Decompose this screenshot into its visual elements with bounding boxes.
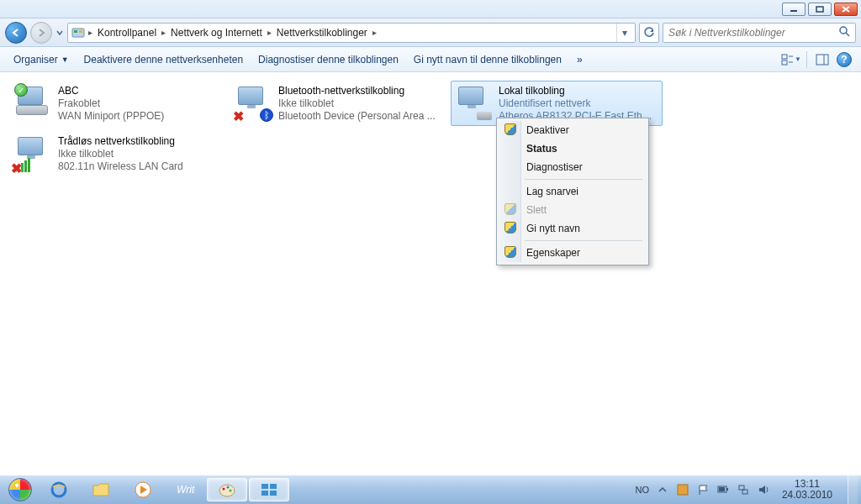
svg-rect-22 [261,484,268,489]
search-input[interactable] [668,27,838,39]
show-desktop-button[interactable] [848,475,858,504]
tray-power-icon[interactable] [716,483,730,496]
search-icon[interactable] [838,25,850,39]
svg-rect-24 [261,491,268,496]
breadcrumb-item[interactable]: Nettverkstilkoblinger [275,27,369,39]
windows-orb-icon [8,478,32,501]
shield-icon [504,203,516,215]
maximize-button[interactable] [808,3,832,16]
back-button[interactable] [5,22,27,44]
refresh-button[interactable] [639,23,659,43]
overflow-menu[interactable]: » [570,50,589,69]
connection-status: Ikke tilkoblet [278,97,436,109]
ctx-status[interactable]: Status [499,139,646,158]
bluetooth-icon: ᛒ [260,108,273,122]
taskbar-app-switcher[interactable] [249,478,289,501]
svg-point-20 [227,486,230,489]
language-indicator[interactable]: NO [635,485,649,495]
clock-date: 24.03.2010 [782,490,832,501]
chevron-right-icon[interactable]: ▸ [160,28,167,37]
write-icon: Write [175,481,195,498]
start-button[interactable] [3,477,37,502]
chevron-right-icon[interactable]: ▸ [371,28,378,37]
connection-name: Lokal tilkobling [499,85,657,97]
forward-button[interactable] [30,22,52,44]
address-dropdown-icon[interactable]: ▾ [616,24,631,42]
close-button[interactable] [834,3,858,16]
network-adapter-icon: ✖ ᛒ [236,85,272,120]
content-area: ✓ ABC Frakoblet WAN Miniport (PPPOE) ✖ ᛒ… [0,72,861,475]
status-error-icon: ✖ [11,162,24,176]
svg-rect-10 [782,60,787,65]
taskbar-app-explorer[interactable] [81,478,121,501]
diagnose-connection-button[interactable]: Diagnostiser denne tilkoblingen [251,50,405,69]
svg-rect-1 [816,7,823,12]
svg-point-19 [223,488,225,491]
breadcrumb-item[interactable]: Nettverk og Internett [169,27,264,39]
chevron-right-icon[interactable]: ▸ [87,28,94,37]
breadcrumb-item[interactable]: Kontrollpanel [96,27,158,39]
folder-icon [92,481,110,498]
svg-point-7 [840,27,847,34]
connection-name: ABC [58,85,164,97]
ctx-properties[interactable]: Egenskaper [499,244,646,262]
svg-rect-30 [739,486,744,490]
rename-connection-button[interactable]: Gi nytt navn til denne tilkoblingen [407,50,568,69]
tray-flag-icon[interactable] [696,483,710,496]
connection-device: 802.11n Wireless LAN Card [58,160,183,172]
svg-point-21 [230,490,232,492]
connection-item[interactable]: ✖ ᛒ Bluetooth-nettverkstilkobling Ikke t… [230,81,442,126]
tray-chevron-icon[interactable] [656,483,669,496]
tray-app-icon[interactable] [676,483,689,496]
search-box[interactable] [663,23,856,43]
taskbar-app-ie[interactable] [39,478,79,501]
connection-status: Ikke tilkoblet [58,148,183,160]
network-adapter-icon [457,85,492,120]
connection-item[interactable]: ✖ Trådløs nettverkstilkobling Ikke tilko… [10,131,222,176]
disable-device-button[interactable]: Deaktivere denne nettverksenheten [77,50,250,69]
svg-rect-5 [74,30,77,33]
address-bar[interactable]: ▸ Kontrollpanel ▸ Nettverk og Internett … [67,23,636,43]
organize-menu[interactable]: Organiser▼ [7,50,76,69]
status-ok-icon: ✓ [14,83,28,97]
ctx-disable[interactable]: Deaktiver [499,121,646,139]
taskbar-app-write[interactable]: Write [165,478,205,501]
preview-pane-button[interactable] [812,50,832,70]
shield-icon [504,246,516,258]
connection-device: Bluetooth Device (Personal Area ... [278,110,436,122]
tray-network-icon[interactable] [737,483,750,496]
ethernet-plug-icon [477,112,492,120]
connection-name: Trådløs nettverkstilkobling [58,135,183,147]
svg-rect-28 [726,488,728,491]
shield-icon [504,222,516,234]
tray-volume-icon[interactable] [757,483,770,496]
minimize-button[interactable] [782,3,806,16]
taskbar-app-paint[interactable] [207,478,247,501]
help-icon: ? [837,52,852,67]
clock[interactable]: 13:11 24.03.2010 [777,479,837,501]
view-options-button[interactable]: ▼ [781,50,801,70]
connection-device: WAN Miniport (PPPOE) [58,110,164,122]
separator [525,240,642,241]
help-button[interactable]: ? [834,50,854,70]
svg-rect-23 [270,484,277,489]
taskbar-app-wmp[interactable] [123,478,163,501]
chevron-right-icon[interactable]: ▸ [266,28,273,37]
network-adapter-icon: ✖ [16,135,51,171]
svg-rect-31 [742,490,747,494]
ctx-diagnose[interactable]: Diagnostiser [499,158,646,176]
ctx-create-shortcut[interactable]: Lag snarvei [499,182,646,201]
connection-item[interactable]: ✓ ABC Frakoblet WAN Miniport (PPPOE) [10,81,222,126]
svg-rect-29 [719,487,725,491]
svg-line-8 [846,33,849,36]
modem-icon: ✓ [16,85,51,120]
command-bar: Organiser▼ Deaktivere denne nettverksenh… [0,47,861,72]
svg-rect-25 [270,491,277,496]
paint-icon [218,480,236,499]
separator [525,179,642,180]
context-menu: Deaktiver Status Diagnostiser Lag snarve… [496,118,649,265]
svg-rect-9 [782,55,787,59]
history-dropdown-icon[interactable] [55,27,64,39]
system-tray: NO 13:11 24.03.2010 [635,475,858,504]
ctx-rename[interactable]: Gi nytt navn [499,219,646,238]
